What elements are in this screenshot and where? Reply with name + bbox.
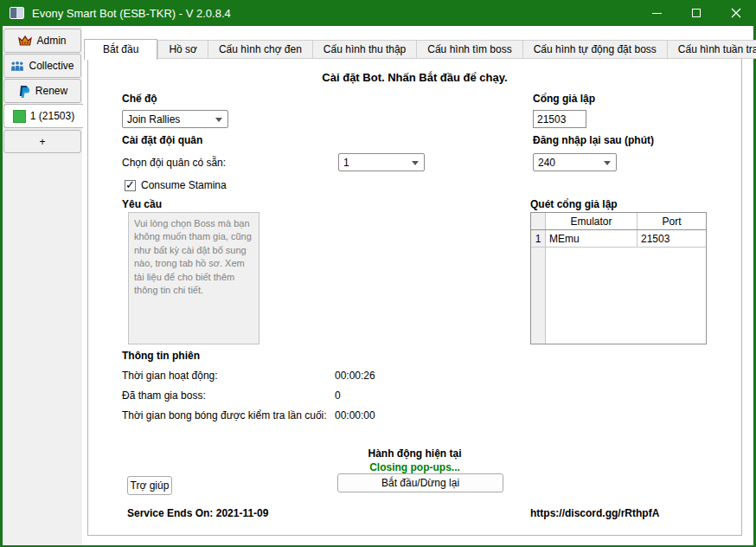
close-button[interactable] [716, 0, 756, 26]
column-header-emulator: Emulator [546, 213, 637, 229]
mode-dropdown[interactable]: Join Rallies [122, 110, 228, 128]
relogin-value: 240 [538, 157, 555, 169]
session-uptime-value: 00:00:26 [335, 370, 375, 382]
requirements-label: Yêu cầu [122, 198, 162, 210]
session-bubble-check-value: 00:00:00 [335, 409, 375, 422]
sidebar-item-label: Collective [29, 60, 74, 72]
minimize-icon [652, 13, 662, 14]
sidebar-item-admin[interactable]: Admin [3, 29, 81, 53]
chevron-down-icon [215, 118, 222, 122]
sidebar-item-label: Admin [36, 35, 66, 47]
minimize-button[interactable] [637, 0, 676, 26]
sidebar-item-label: Renew [35, 85, 67, 97]
row-number: 1 [531, 230, 546, 247]
tab-page-bat-dau: Cài đặt Bot. Nhấn Bắt đầu để chạy. Chế đ… [87, 58, 742, 536]
emulator-port-label: Cổng giả lập [533, 93, 595, 105]
army-preset-dropdown[interactable]: 1 [338, 153, 425, 171]
tab-cau-hinh-tuan-tra[interactable]: Cấu hình tuần tra [668, 40, 756, 59]
service-ends-text: Service Ends On: 2021-11-09 [127, 507, 268, 519]
close-icon [731, 8, 741, 18]
session-boss-joined-value: 0 [335, 389, 341, 402]
consume-stamina-row: Consume Stamina [125, 179, 227, 191]
tab-cau-hinh-tu-dong-dat-boss[interactable]: Cấu hình tự động đặt boss [523, 40, 668, 59]
requirements-text: Vui lòng chọn Boss mà bạn không muốn tha… [128, 212, 259, 344]
title-bar: Evony Smart Bot (ESB-TKR) - V 2.0.8.4 [0, 0, 756, 26]
tab-cau-hinh-cho-den[interactable]: Cấu hình chợ đen [208, 40, 313, 59]
session-bubble-check-label: Thời gian bong bóng được kiểm tra lần cu… [122, 409, 327, 422]
emulator-port-value: 21503 [537, 113, 566, 125]
consume-stamina-checkbox[interactable] [125, 180, 136, 191]
tab-cau-hinh-tim-boss[interactable]: Cấu hình tìm boss [417, 40, 522, 59]
discord-link[interactable]: https://discord.gg/rRthpfA [530, 507, 659, 519]
army-section-label: Cài đặt đội quân [122, 134, 202, 146]
app-window: Evony Smart Bot (ESB-TKR) - V 2.0.8.4 Ad… [0, 0, 756, 547]
start-stop-button[interactable]: Bắt đầu/Dừng lại [337, 473, 503, 492]
column-header-port: Port [637, 213, 706, 229]
sidebar-item-instance[interactable]: 1 (21503) [3, 104, 83, 128]
cell-emulator: MEmu [546, 230, 637, 247]
emulator-port-input[interactable]: 21503 [533, 110, 586, 128]
army-preset-value: 1 [343, 157, 349, 169]
sidebar-item-collective[interactable]: Collective [3, 54, 81, 78]
page-title: Cài đặt Bot. Nhấn Bắt đầu để chạy. [88, 71, 741, 84]
relogin-dropdown[interactable]: 240 [533, 153, 617, 171]
mode-label: Chế độ [122, 93, 157, 105]
crown-icon [18, 34, 32, 48]
maximize-button[interactable] [676, 0, 716, 26]
app-icon [10, 7, 24, 19]
plus-label: + [39, 136, 45, 148]
people-icon [10, 59, 24, 73]
add-instance-button[interactable]: + [3, 130, 81, 153]
maximize-icon [692, 9, 701, 17]
tab-ho-so[interactable]: Hồ sơ [157, 40, 208, 59]
mode-value: Join Rallies [127, 113, 180, 125]
current-action-status: Closing pop-ups... [88, 461, 741, 473]
chevron-down-icon [412, 161, 419, 165]
chevron-down-icon [604, 161, 611, 165]
army-preset-label: Chọn đội quân có sẵn: [122, 157, 226, 169]
sidebar: Admin Collective Renew 1 (21503) + [3, 26, 82, 545]
relogin-label: Đăng nhập lại sau (phút) [533, 134, 654, 146]
sidebar-item-renew[interactable]: Renew [3, 79, 81, 103]
tab-strip: Bắt đầu Hồ sơ Cấu hình chợ đen Cấu hình … [84, 38, 756, 59]
help-button[interactable]: Trợ giúp [127, 476, 172, 495]
green-square-icon [13, 110, 26, 123]
window-title: Evony Smart Bot (ESB-TKR) - V 2.0.8.4 [32, 7, 231, 20]
cell-port: 21503 [637, 230, 706, 247]
window-body: Admin Collective Renew 1 (21503) + [3, 26, 753, 545]
tab-bat-dau[interactable]: Bắt đầu [84, 39, 157, 60]
table-row[interactable]: 1 MEmu 21503 [531, 230, 706, 248]
consume-stamina-label: Consume Stamina [141, 179, 227, 191]
paypal-icon [17, 84, 31, 98]
current-action-label: Hành động hiện tại [88, 447, 741, 460]
sidebar-item-label: 1 (21503) [30, 110, 74, 122]
table-header-row: Emulator Port [531, 213, 706, 230]
port-scan-table[interactable]: Emulator Port 1 MEmu 21503 [530, 212, 707, 344]
session-boss-joined-label: Đã tham gia boss: [122, 389, 206, 402]
tab-cau-hinh-thu-thap[interactable]: Cấu hình thu thập [313, 40, 417, 59]
session-uptime-label: Thời gian hoạt động: [122, 370, 218, 382]
port-scan-label: Quét cổng giả lập [530, 198, 618, 210]
session-section-label: Thông tin phiên [122, 350, 200, 362]
